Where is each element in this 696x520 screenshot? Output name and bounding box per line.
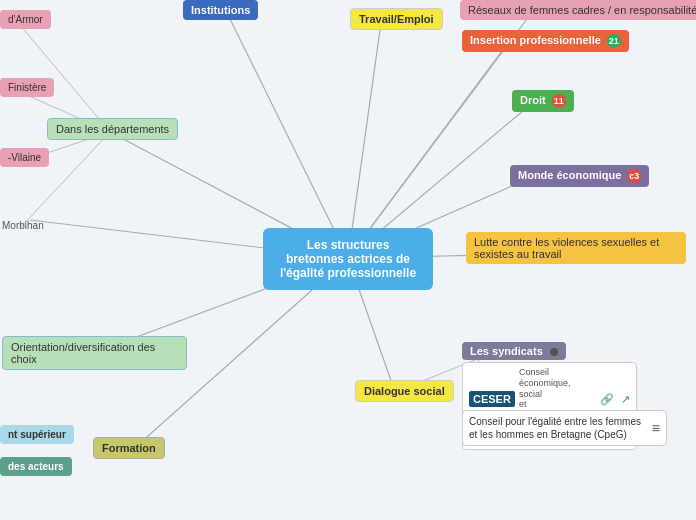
vilaine-node[interactable]: -Vilaine xyxy=(0,148,49,167)
lutte-node[interactable]: Lutte contre les violences sexuelles et … xyxy=(466,232,686,264)
svg-line-1 xyxy=(228,15,348,258)
insertion-node[interactable]: Insertion professionnelle 21 xyxy=(462,30,629,52)
syndicats-node[interactable]: Les syndicats xyxy=(462,342,566,360)
droit-badge: 11 xyxy=(552,94,566,108)
syndicats-dot xyxy=(550,348,558,356)
institutions-label: Institutions xyxy=(191,4,250,16)
formation-label: Formation xyxy=(102,442,156,454)
conseil-label: Conseil pour l'égalité entre les femmes … xyxy=(469,415,647,441)
enseignement-label: nt supérieur xyxy=(8,429,66,440)
armor-node[interactable]: d'Armor xyxy=(0,10,51,29)
monde-eco-badge: c3 xyxy=(627,169,641,183)
svg-line-15 xyxy=(20,132,110,228)
formation-node[interactable]: Formation xyxy=(93,437,165,459)
acteurs-label: des acteurs xyxy=(8,461,64,472)
conseil-menu-icon[interactable]: ≡ xyxy=(652,420,660,436)
center-label: Les structures bretonnes actrices de l'é… xyxy=(280,238,416,280)
ceser-external-icon[interactable]: ↗ xyxy=(621,393,630,406)
travail-emploi-node[interactable]: Travail/Emploi xyxy=(350,8,443,30)
droit-label: Droit xyxy=(520,94,546,106)
monde-eco-label: Monde économique xyxy=(518,169,621,181)
dialogue-label: Dialogue social xyxy=(364,385,445,397)
conseil-box[interactable]: Conseil pour l'égalité entre les femmes … xyxy=(462,410,667,446)
insertion-badge: 21 xyxy=(607,34,621,48)
insertion-label: Insertion professionnelle xyxy=(470,34,601,46)
vilaine-label: -Vilaine xyxy=(8,152,41,163)
institutions-node[interactable]: Institutions xyxy=(183,0,258,20)
travail-emploi-label: Travail/Emploi xyxy=(359,13,434,25)
orientation-node[interactable]: Orientation/diversification des choix xyxy=(2,336,187,370)
finistere-node[interactable]: Finistère xyxy=(0,78,54,97)
orientation-label: Orientation/diversification des choix xyxy=(11,341,155,365)
reseaux-node[interactable]: Réseaux de femmes cadres / en responsabi… xyxy=(460,0,696,20)
finistere-label: Finistère xyxy=(8,82,46,93)
droit-node[interactable]: Droit 11 xyxy=(512,90,574,112)
departements-node[interactable]: Dans les départements xyxy=(47,118,178,140)
acteurs-node[interactable]: des acteurs xyxy=(0,457,72,476)
lutte-label: Lutte contre les violences sexuelles et … xyxy=(474,236,659,260)
syndicats-label: Les syndicats xyxy=(470,345,543,357)
ceser-logo: CESER xyxy=(469,391,515,407)
dialogue-node[interactable]: Dialogue social xyxy=(355,380,454,402)
enseignement-node[interactable]: nt supérieur xyxy=(0,425,74,444)
center-node[interactable]: Les structures bretonnes actrices de l'é… xyxy=(263,228,433,290)
departements-label: Dans les départements xyxy=(56,123,169,135)
armor-label: d'Armor xyxy=(8,14,43,25)
monde-eco-node[interactable]: Monde économique c3 xyxy=(510,165,649,187)
ceser-link-icon[interactable]: 🔗 xyxy=(600,393,614,406)
svg-line-3 xyxy=(348,44,507,258)
morbihan-label: Morbihan xyxy=(2,220,44,231)
reseaux-label: Réseaux de femmes cadres / en responsabi… xyxy=(468,4,696,16)
svg-line-0 xyxy=(348,30,380,258)
